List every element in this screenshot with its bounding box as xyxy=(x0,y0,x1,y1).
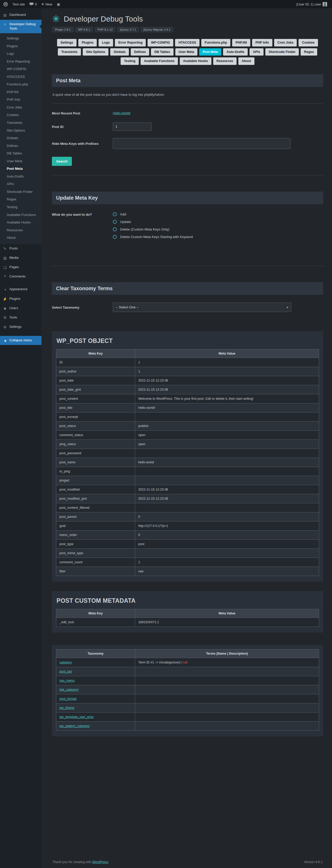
sidebar-item-dashboard[interactable]: ▤ Dashboard xyxy=(0,10,41,20)
sidebar-subitem[interactable]: Shortcode Finder xyxy=(0,188,41,196)
tab[interactable]: WP-CONFIG xyxy=(147,39,173,46)
collapse-menu-button[interactable]: ◀ Collapse menu xyxy=(0,336,41,345)
radio-button-icon[interactable] xyxy=(113,220,117,224)
tab[interactable]: Logs xyxy=(99,39,113,46)
tab[interactable]: User Meta xyxy=(175,48,198,56)
sidebar-item-debug-tools[interactable]: ✳ Developer Debug Tools xyxy=(0,20,41,33)
tab[interactable]: APIs xyxy=(250,48,264,56)
sidebar-subitem[interactable]: PHP.INI xyxy=(0,88,41,96)
tab[interactable]: Auto-Drafts xyxy=(223,48,248,56)
radio-option[interactable]: Delete (Custom Meta Keys Only) xyxy=(113,227,193,231)
sidebar-item-comments[interactable]: ❝ Comments xyxy=(0,272,41,281)
sidebar-subitem[interactable]: Post Meta xyxy=(0,165,41,173)
sidebar-item-pages[interactable]: ❏ Pages xyxy=(0,263,41,272)
radio-option[interactable]: Update xyxy=(113,220,193,224)
tab[interactable]: Site Options xyxy=(83,48,109,56)
sidebar-subitem[interactable]: Functions.php xyxy=(0,81,41,88)
site-name-link[interactable]: Test site xyxy=(10,0,27,8)
sidebar-subitem[interactable]: PHP Info xyxy=(0,96,41,103)
sidebar-item-appearance[interactable]: ◑ Appearance xyxy=(0,285,41,294)
taxonomy-link[interactable]: post_tag xyxy=(59,670,72,673)
sidebar-subitem[interactable]: User Meta xyxy=(0,157,41,165)
sidebar-subitem[interactable]: WP-CONFIG xyxy=(0,65,41,73)
sidebar-subitem[interactable]: Available Functions xyxy=(0,211,41,219)
sidebar-subitem[interactable]: Site Options xyxy=(0,127,41,134)
sidebar-subitem[interactable]: Available Hooks xyxy=(0,219,41,226)
admin-bar-comments[interactable]: 0 xyxy=(27,0,39,8)
taxonomy-link[interactable]: nav_menu xyxy=(59,679,74,682)
sidebar-subitem[interactable]: HTACCESS xyxy=(0,73,41,81)
tab[interactable]: HTACCESS xyxy=(175,39,199,46)
sidebar-subitem[interactable]: Logs xyxy=(0,50,41,58)
tab[interactable]: Regex xyxy=(301,48,317,56)
tab[interactable]: Post Meta xyxy=(199,48,221,56)
hide-prefix-input[interactable] xyxy=(113,138,291,149)
tab[interactable]: Settings xyxy=(57,39,76,46)
tab[interactable]: About xyxy=(238,57,255,65)
sidebar-subitem[interactable]: Defines xyxy=(0,142,41,150)
tab[interactable]: Globals xyxy=(110,48,129,56)
tab[interactable]: Shortcode Finder xyxy=(265,48,299,56)
col-header-meta-key: Meta Key xyxy=(56,349,135,358)
taxonomy-link[interactable]: category xyxy=(59,661,72,664)
tab[interactable]: Defines xyxy=(131,48,149,56)
sidebar-item-users[interactable]: ☻ Users xyxy=(0,304,41,313)
tab[interactable]: PHP.INI xyxy=(232,39,250,46)
sidebar-subitem[interactable]: DB Tables xyxy=(0,150,41,157)
sidebar-subitem[interactable]: Resources xyxy=(0,226,41,234)
radio-button-icon[interactable] xyxy=(113,235,117,239)
sidebar-item-tools[interactable]: ⚒ Tools xyxy=(0,313,41,322)
wordpress-logo-button[interactable]: W xyxy=(1,0,10,8)
media-icon: ▧ xyxy=(3,256,7,260)
sidebar-item-label: Users xyxy=(9,306,18,310)
post-id-input[interactable] xyxy=(113,123,152,131)
sidebar-subitem[interactable]: About xyxy=(0,234,41,242)
taxonomy-link[interactable]: wp_pattern_category xyxy=(59,724,90,728)
tab[interactable]: Available Hooks xyxy=(180,57,211,65)
radio-button-icon[interactable] xyxy=(113,212,117,216)
tab[interactable]: Error Reporting xyxy=(115,39,146,46)
sidebar-subitem[interactable]: Testing xyxy=(0,203,41,211)
sidebar-subitem[interactable]: APIs xyxy=(0,180,41,188)
table-header-row: Taxonomy Terms (Name | Description) xyxy=(56,649,319,658)
radio-option[interactable]: Delete Custom Meta Keys Starting with Ke… xyxy=(113,235,193,239)
tab[interactable]: Functions.php xyxy=(201,39,230,46)
sidebar-item-settings[interactable]: ⚙ Settings xyxy=(0,322,41,332)
new-content-button[interactable]: + New xyxy=(39,0,55,8)
sidebar-subitem[interactable]: Regex xyxy=(0,195,41,203)
sidebar-item-posts[interactable]: ✎ Posts xyxy=(0,244,41,253)
tab[interactable]: PHP Info xyxy=(252,39,272,46)
plugin-adminbar-button[interactable]: ▣ xyxy=(55,0,62,8)
tab[interactable]: Cookies xyxy=(299,39,318,46)
tab[interactable]: Available Functions xyxy=(141,57,178,65)
tab[interactable]: Resources xyxy=(213,57,237,65)
meta-key-cell: ID xyxy=(56,358,135,367)
taxonomy-link[interactable]: post_format xyxy=(59,697,76,701)
sidebar-subitem[interactable]: Settings xyxy=(0,34,41,42)
sidebar-subitem[interactable]: Globals xyxy=(0,134,41,142)
tab[interactable]: Testing xyxy=(121,57,139,65)
account-menu[interactable]: (User ID: 1) user xyxy=(294,0,329,8)
wordpress-link[interactable]: WordPress xyxy=(92,860,108,864)
taxonomy-link[interactable]: wp_theme xyxy=(59,706,74,710)
search-button[interactable]: Search xyxy=(52,157,72,166)
sidebar-subitem[interactable]: Cron Jobs xyxy=(0,103,41,111)
tab[interactable]: DB Tables xyxy=(151,48,173,56)
sidebar-item-plugins[interactable]: ⚡ Plugins xyxy=(0,294,41,304)
sidebar-item-media[interactable]: ▧ Media xyxy=(0,253,41,263)
taxonomy-link[interactable]: wp_template_part_area xyxy=(59,715,93,719)
sidebar-subitem[interactable]: Error Reporting xyxy=(0,58,41,65)
tab[interactable]: Plugins xyxy=(78,39,97,46)
sidebar-subitem[interactable]: Transients xyxy=(0,119,41,127)
radio-option[interactable]: Add xyxy=(113,212,193,216)
sidebar-subitem[interactable]: Auto-Drafts xyxy=(0,173,41,180)
taxonomy-link[interactable]: link_category xyxy=(59,688,78,691)
meta-key-cell: post_type xyxy=(56,539,135,549)
tab[interactable]: Cron Jobs xyxy=(274,39,297,46)
radio-button-icon[interactable] xyxy=(113,227,117,231)
sidebar-subitem[interactable]: Cookies xyxy=(0,111,41,119)
sidebar-subitem[interactable]: Plugins xyxy=(0,42,41,50)
tab[interactable]: Transients xyxy=(58,48,81,56)
most-recent-post-link[interactable]: Hello world! xyxy=(113,111,130,115)
taxonomy-select[interactable]: -- Select One -- ▼ xyxy=(113,303,291,312)
